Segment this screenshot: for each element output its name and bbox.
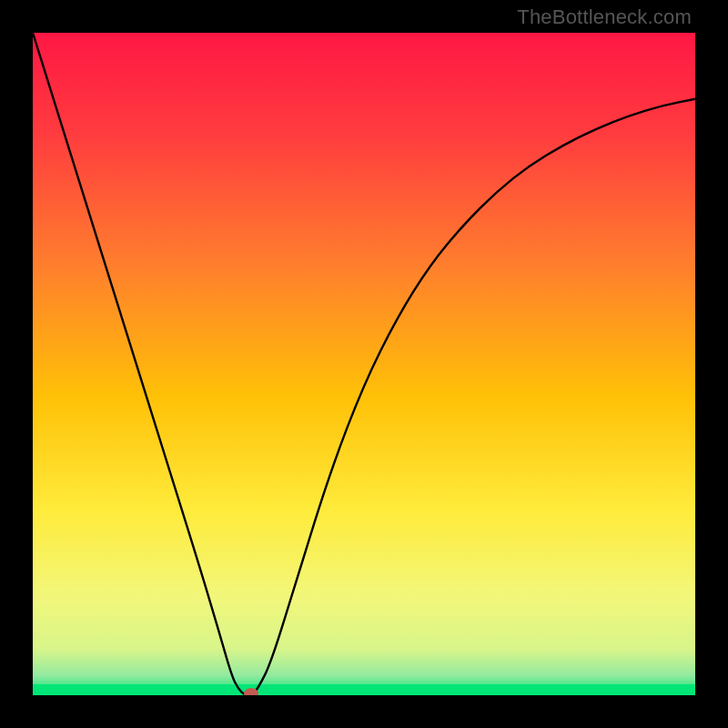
curve-layer	[33, 33, 695, 695]
optimum-marker-icon	[244, 688, 258, 695]
chart-container: TheBottleneck.com	[0, 0, 728, 728]
watermark-text: TheBottleneck.com	[517, 5, 692, 29]
plot-area	[33, 33, 695, 695]
bottleneck-curve	[33, 33, 695, 695]
